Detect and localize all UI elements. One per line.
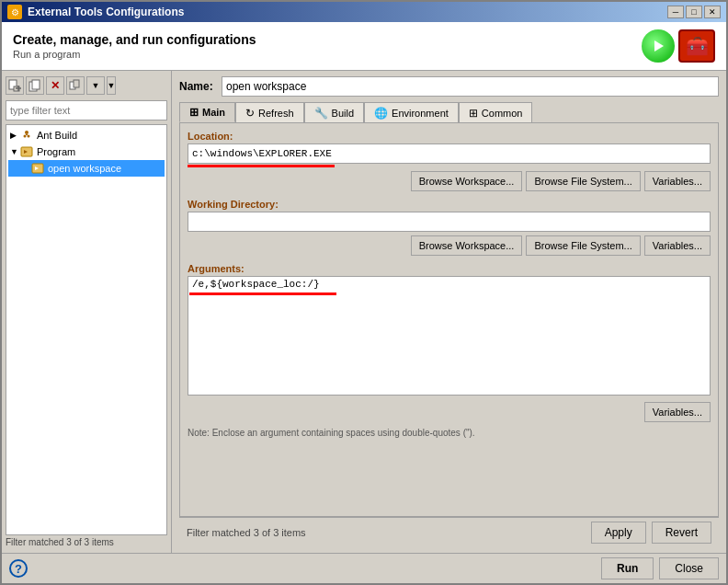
help-button[interactable]: ? [9, 559, 28, 578]
location-input-wrapper [188, 143, 711, 167]
location-section: Location: Browse Workspace... Browse Fil… [188, 131, 711, 191]
tab-build[interactable]: 🔧 Build [304, 102, 364, 122]
titlebar: ⚙ External Tools Configurations ─ □ ✕ [2, 2, 726, 22]
right-panel: Name: ⊞ Main ↻ Refresh 🔧 Build 🌐 [172, 71, 726, 553]
maximize-button[interactable]: □ [686, 6, 702, 18]
svg-rect-6 [32, 80, 40, 89]
name-row: Name: [179, 76, 719, 97]
tab-build-label: Build [332, 108, 354, 119]
main-tab-icon: ⊞ [189, 106, 199, 119]
location-variables-button[interactable]: Variables... [644, 171, 711, 191]
arguments-variables-row: Variables... [188, 402, 711, 422]
name-input[interactable] [222, 76, 719, 97]
tree-item-program[interactable]: ▼ Program [8, 143, 165, 160]
tree-view: ▶ Ant Build ▼ [6, 124, 167, 535]
header-title: Create, manage, and run configurations [13, 32, 256, 47]
window-icon: ⚙ [7, 5, 22, 19]
revert-button[interactable]: Revert [652, 522, 711, 544]
tree-item-label: Ant Build [37, 130, 77, 141]
footer-buttons: Run Close [601, 557, 719, 579]
svg-point-9 [25, 131, 28, 134]
location-label: Location: [188, 131, 711, 142]
toolbox-icon [678, 29, 715, 63]
workdir-browse-workspace-button[interactable]: Browse Workspace... [411, 235, 523, 256]
body: ✕ ▼ ▼ ▶ [2, 71, 726, 553]
arguments-label: Arguments: [188, 263, 711, 274]
tree-arrow: ▶ [10, 131, 19, 140]
refresh-tab-icon: ↻ [245, 107, 255, 120]
run-circle-icon [642, 29, 675, 63]
tab-environment[interactable]: 🌐 Environment [364, 102, 459, 122]
bottom-filter-status: Filter matched 3 of 3 items [187, 527, 306, 538]
working-dir-input[interactable] [188, 212, 711, 232]
header-subtitle: Run a program [13, 49, 256, 60]
name-label: Name: [179, 80, 216, 93]
bottom-bar: Filter matched 3 of 3 items Apply Revert [179, 517, 719, 547]
tab-main[interactable]: ⊞ Main [179, 102, 235, 122]
tabs: ⊞ Main ↻ Refresh 🔧 Build 🌐 Environment ⊞ [179, 102, 719, 122]
run-button[interactable]: Run [601, 557, 654, 579]
location-browse-buttons: Browse Workspace... Browse File System..… [188, 171, 711, 191]
footer: ? Run Close [2, 553, 726, 583]
collapse-all-button[interactable] [66, 76, 85, 95]
close-window-button[interactable]: ✕ [704, 6, 721, 18]
location-underline [188, 165, 335, 167]
arguments-variables-button[interactable]: Variables... [644, 402, 711, 422]
arguments-wrapper: /e,${workspace_loc:/} [188, 276, 711, 398]
minimize-button[interactable]: ─ [667, 6, 684, 18]
new-config-button[interactable] [6, 76, 24, 95]
apply-button[interactable]: Apply [591, 522, 646, 544]
ant-icon [19, 128, 34, 143]
tab-common-label: Common [482, 108, 523, 119]
arguments-section: Arguments: /e,${workspace_loc:/} Variabl… [188, 263, 711, 438]
header-left: Create, manage, and run configurations R… [13, 32, 256, 60]
delete-config-button[interactable]: ✕ [46, 76, 64, 95]
left-panel: ✕ ▼ ▼ ▶ [2, 71, 172, 553]
close-button[interactable]: Close [659, 557, 719, 579]
location-browse-filesystem-button[interactable]: Browse File System... [526, 171, 640, 191]
action-buttons: Apply Revert [591, 522, 711, 544]
tab-common[interactable]: ⊞ Common [459, 102, 533, 122]
working-dir-browse-buttons: Browse Workspace... Browse File System..… [188, 235, 711, 256]
header: Create, manage, and run configurations R… [2, 22, 726, 71]
arguments-underline [189, 292, 336, 295]
svg-rect-8 [74, 80, 79, 87]
tab-refresh[interactable]: ↻ Refresh [235, 102, 304, 122]
workdir-variables-button[interactable]: Variables... [644, 235, 711, 256]
workspace-run-icon [30, 161, 45, 176]
titlebar-left: ⚙ External Tools Configurations [7, 5, 184, 19]
svg-line-13 [27, 134, 28, 136]
tree-item-ant-build[interactable]: ▶ Ant Build [8, 127, 165, 143]
env-tab-icon: 🌐 [374, 107, 388, 120]
working-dir-section: Working Directory: Browse Workspace... B… [188, 199, 711, 256]
header-icons [642, 29, 715, 63]
tree-arrow: ▼ [10, 147, 19, 156]
build-tab-icon: 🔧 [314, 107, 328, 120]
window-title: External Tools Configurations [28, 6, 184, 18]
tree-item-label: Program [37, 146, 75, 157]
tree-item-label: open workspace [48, 163, 121, 174]
tab-refresh-label: Refresh [258, 108, 294, 119]
working-dir-label: Working Directory: [188, 199, 711, 210]
common-tab-icon: ⊞ [469, 107, 478, 120]
filter-input[interactable] [6, 100, 167, 120]
tree-toolbar: ✕ ▼ ▼ [6, 75, 167, 97]
tree-item-open-workspace[interactable]: open workspace [8, 160, 165, 177]
filter-dropdown-arrow[interactable]: ▼ [107, 76, 116, 95]
filter-toggle-button[interactable]: ▼ [86, 76, 105, 95]
program-icon [19, 144, 34, 159]
location-browse-workspace-button[interactable]: Browse Workspace... [411, 171, 523, 191]
tab-main-label: Main [202, 107, 225, 118]
workdir-browse-filesystem-button[interactable]: Browse File System... [526, 235, 640, 256]
arguments-note: Note: Enclose an argument containing spa… [188, 428, 711, 438]
location-input[interactable] [188, 143, 711, 164]
filter-status: Filter matched 3 of 3 items [6, 535, 167, 549]
copy-config-button[interactable] [26, 76, 44, 95]
tab-content: Location: Browse Workspace... Browse Fil… [179, 122, 719, 517]
tab-environment-label: Environment [392, 108, 449, 119]
titlebar-buttons: ─ □ ✕ [667, 6, 721, 18]
svg-marker-0 [654, 40, 664, 52]
main-window: ⚙ External Tools Configurations ─ □ ✕ Cr… [0, 0, 728, 585]
